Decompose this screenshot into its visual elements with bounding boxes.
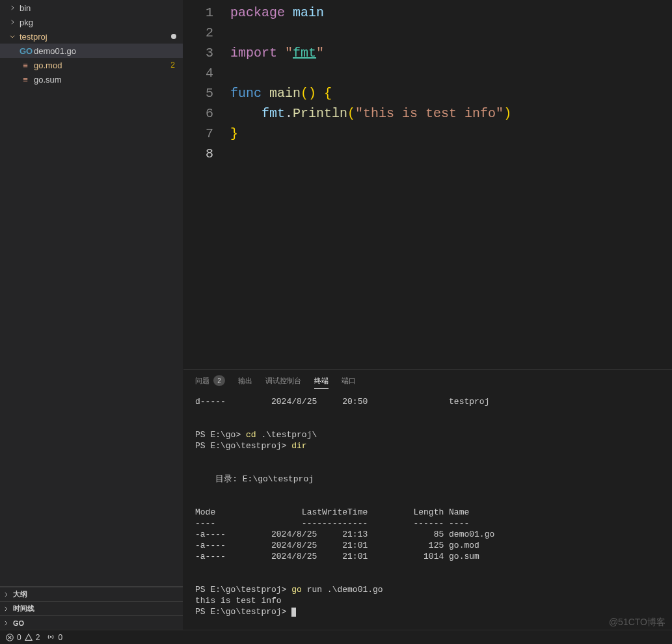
status-problems[interactable]: 0 2 [5, 633, 40, 642]
tab-label: 问题 [195, 376, 209, 386]
tree-folder-bin[interactable]: bin [0, 1, 183, 15]
tree-label: demo01.go [34, 46, 176, 56]
go-file-icon: GO [20, 46, 31, 56]
code-editor[interactable]: 1 2 3 4 5 6 7 8 package main import "fmt… [183, 0, 672, 369]
watermark-text: @51CTO博客 [609, 617, 665, 628]
status-bar: 0 2 0 [0, 630, 672, 644]
error-count: 0 [17, 633, 21, 642]
tab-ports[interactable]: 端口 [342, 376, 356, 386]
modified-dot-icon [171, 34, 176, 39]
mod-file-icon: ≡ [20, 60, 31, 70]
tree-folder-testproj[interactable]: testproj [0, 29, 183, 44]
chevron-right-icon [9, 19, 20, 25]
chevron-down-icon [9, 33, 20, 40]
tree-label: testproj [20, 32, 171, 42]
error-icon [5, 633, 14, 642]
file-tree: bin pkg testproj GO demo01.go [0, 0, 183, 586]
tree-file-demo01[interactable]: GO demo01.go [0, 44, 183, 58]
problems-count-badge: 2 [213, 375, 225, 386]
tab-label: 调试控制台 [265, 376, 301, 386]
bottom-panel: 问题 2 输出 调试控制台 终端 端口 d----- 2024/8/25 20:… [183, 369, 672, 630]
section-go[interactable]: GO [0, 615, 183, 630]
chevron-right-icon [9, 5, 20, 11]
mod-file-icon: ≡ [20, 75, 31, 85]
terminal-content[interactable]: d----- 2024/8/25 20:50 testproj PS E:\go… [195, 391, 660, 627]
tab-label: 端口 [342, 376, 356, 386]
code-content[interactable]: package main import "fmt" func main() { … [230, 0, 672, 369]
terminal-cursor [291, 608, 296, 617]
git-change-badge: 2 [170, 60, 176, 70]
line-number-gutter: 1 2 3 4 5 6 7 8 [183, 0, 230, 369]
tab-label: 终端 [314, 376, 329, 386]
svg-point-1 [50, 636, 52, 637]
section-label: 大纲 [13, 589, 27, 599]
chevron-right-icon [3, 606, 13, 612]
tab-output[interactable]: 输出 [238, 376, 252, 386]
section-label: 时间线 [13, 604, 34, 613]
explorer-sidebar: bin pkg testproj GO demo01.go [0, 0, 183, 630]
port-count: 0 [58, 633, 62, 642]
tab-terminal[interactable]: 终端 [314, 376, 329, 389]
tree-file-gomod[interactable]: ≡ go.mod 2 [0, 58, 183, 72]
warning-icon [24, 633, 33, 642]
status-ports[interactable]: 0 [46, 633, 62, 642]
main-area: 1 2 3 4 5 6 7 8 package main import "fmt… [183, 0, 672, 630]
tree-label: go.mod [34, 60, 170, 70]
tab-debug-console[interactable]: 调试控制台 [265, 376, 301, 386]
tab-problems[interactable]: 问题 2 [195, 375, 225, 386]
tree-label: pkg [20, 18, 176, 27]
panel-tabs: 问题 2 输出 调试控制台 终端 端口 [195, 375, 660, 391]
chevron-right-icon [3, 591, 13, 598]
section-timeline[interactable]: 时间线 [0, 601, 183, 615]
tree-folder-pkg[interactable]: pkg [0, 15, 183, 29]
tree-file-gosum[interactable]: ≡ go.sum [0, 72, 183, 87]
chevron-right-icon [3, 620, 13, 626]
radio-tower-icon [46, 633, 55, 642]
section-outline[interactable]: 大纲 [0, 587, 183, 601]
tree-label: bin [20, 3, 176, 13]
warning-count: 2 [36, 633, 40, 642]
section-label: GO [13, 619, 24, 627]
tree-label: go.sum [34, 75, 176, 85]
tab-label: 输出 [238, 376, 252, 386]
